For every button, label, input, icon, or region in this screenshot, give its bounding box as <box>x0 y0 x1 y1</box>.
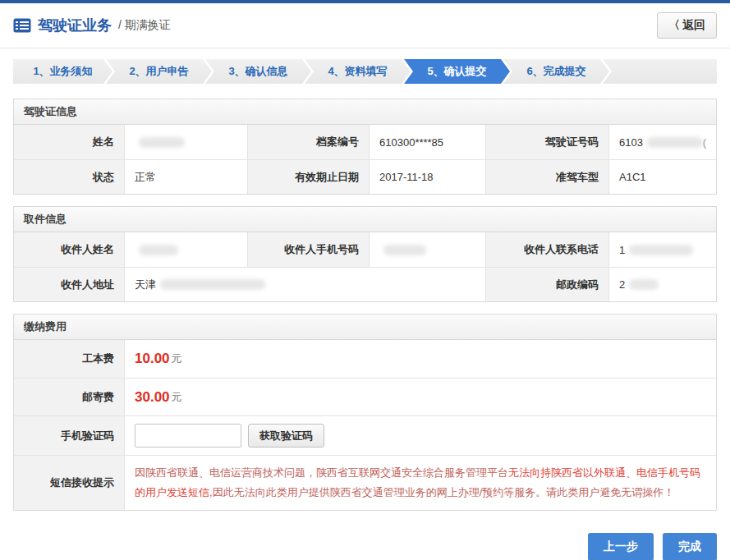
postage-fee-unit: 元 <box>172 390 182 405</box>
recipient-address-value: 天津 <box>124 267 485 301</box>
license-no-value: 6103( <box>608 125 716 159</box>
back-button-label: 返回 <box>682 18 705 31</box>
fees-header: 缴纳费用 <box>14 314 716 340</box>
recipient-mobile-label: 收件人手机号码 <box>247 232 369 267</box>
back-chevron-icon: 〈 <box>668 18 680 31</box>
license-info-section: 驾驶证信息 姓名 档案编号 610300****85 驾驶证号码 6103( 状… <box>13 99 717 195</box>
page-title: 驾驶证业务 <box>38 16 112 35</box>
vehicle-class-label: 准驾车型 <box>485 159 608 194</box>
postal-code-prefix: 2 <box>619 278 625 291</box>
masked-value <box>629 245 693 255</box>
masked-value <box>139 137 185 148</box>
sms-notice-part3: 因此无法向此类用户提供陕西省交通管理业务的网上办理/预约等服务。请此类用户避免无… <box>213 486 675 498</box>
valid-until-label: 有效期止日期 <box>247 159 369 194</box>
sms-notice-part1: 因陕西省联通、电信运营商技术问题，陕西省互联网交通安全综合服务管理平台 <box>135 466 508 479</box>
license-no-prefix: 6103 <box>619 136 643 149</box>
valid-until-value: 2017-11-18 <box>369 159 485 194</box>
masked-value <box>629 279 659 290</box>
page-header: 驾驶证业务 / 期满换证 〈返回 <box>0 3 730 48</box>
sms-code-input[interactable] <box>135 424 241 448</box>
production-fee-amount: 10.00 <box>135 351 170 367</box>
masked-value <box>383 245 426 255</box>
vehicle-class-value: A1C1 <box>608 159 716 194</box>
postage-fee-label: 邮寄费 <box>14 378 124 415</box>
finish-button[interactable]: 完成 <box>663 533 717 560</box>
sms-code-row: 获取验证码 <box>124 415 716 455</box>
breadcrumb: 驾驶证业务 / 期满换证 <box>13 16 171 35</box>
recipient-phone-prefix: 1 <box>619 244 625 256</box>
postal-code-value: 2 <box>608 267 716 301</box>
license-info-header: 驾驶证信息 <box>14 99 716 125</box>
list-icon <box>13 18 31 33</box>
recipient-address-prefix: 天津 <box>135 278 156 292</box>
pickup-info-section: 取件信息 收件人姓名 收件人手机号码 收件人联系电话 1 收件人地址 天津 邮政… <box>13 206 717 302</box>
postage-fee-value: 30.00元 <box>124 378 716 415</box>
sms-code-label: 手机验证码 <box>14 415 124 455</box>
status-value: 正常 <box>124 159 247 194</box>
recipient-address-label: 收件人地址 <box>14 267 124 301</box>
recipient-mobile-value <box>369 232 485 267</box>
file-no-value: 610300****85 <box>369 125 485 159</box>
footer-actions: 上一步 完成 <box>13 533 717 560</box>
wizard-steps: 1、业务须知 2、用户申告 3、确认信息 4、资料填写 5、确认提交 6、完成提… <box>13 59 717 84</box>
page-subtitle: / 期满换证 <box>118 18 171 33</box>
step-1-business-notice: 1、业务须知 <box>13 59 112 84</box>
sms-notice-label: 短信接收提示 <box>14 455 124 510</box>
steps-filler <box>603 59 717 84</box>
recipient-phone-label: 收件人联系电话 <box>485 232 608 267</box>
sms-notice-text: 因陕西省联通、电信运营商技术问题，陕西省互联网交通安全综合服务管理平台无法向持陕… <box>124 455 716 510</box>
license-no-suffix: ( <box>703 136 706 149</box>
back-button[interactable]: 〈返回 <box>657 12 717 39</box>
production-fee-label: 工本费 <box>14 340 124 378</box>
step-4-fill-materials: 4、资料填写 <box>305 59 411 84</box>
masked-value <box>139 245 178 255</box>
production-fee-unit: 元 <box>172 351 182 366</box>
production-fee-value: 10.00元 <box>124 340 716 378</box>
step-2-user-declaration: 2、用户申告 <box>106 59 212 84</box>
step-6-finish-submit: 6、完成提交 <box>503 59 609 84</box>
recipient-phone-value: 1 <box>608 232 716 267</box>
status-label: 状态 <box>14 159 124 194</box>
name-label: 姓名 <box>14 125 124 159</box>
recipient-name-value <box>124 232 247 267</box>
postal-code-label: 邮政编码 <box>485 267 608 301</box>
name-value <box>124 125 247 159</box>
pickup-info-header: 取件信息 <box>14 207 716 232</box>
masked-value <box>160 279 265 290</box>
postage-fee-amount: 30.00 <box>135 389 170 406</box>
fees-section: 缴纳费用 工本费 10.00元 邮寄费 30.00元 手机验证码 获取验证码 短… <box>13 314 717 511</box>
license-no-label: 驾驶证号码 <box>485 125 608 159</box>
masked-value <box>647 137 703 148</box>
previous-step-button[interactable]: 上一步 <box>588 533 654 560</box>
step-3-confirm-info: 3、确认信息 <box>205 59 311 84</box>
recipient-name-label: 收件人姓名 <box>14 232 124 267</box>
get-sms-code-button[interactable]: 获取验证码 <box>248 424 324 448</box>
file-no-label: 档案编号 <box>247 125 369 159</box>
step-5-confirm-submit: 5、确认提交 <box>404 59 510 84</box>
